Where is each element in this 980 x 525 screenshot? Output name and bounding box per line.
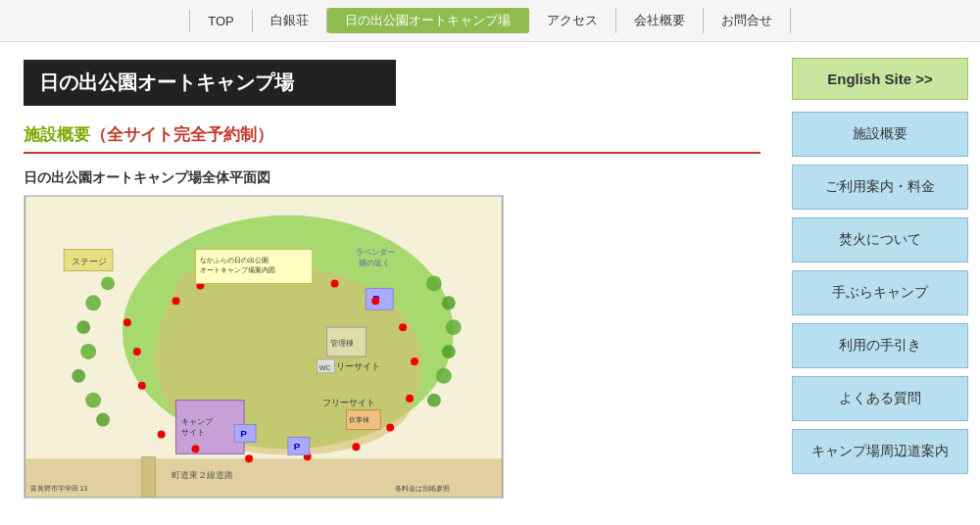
svg-point-36 (426, 275, 442, 291)
svg-point-23 (371, 297, 379, 305)
svg-point-34 (85, 393, 101, 408)
svg-text:管理棟: 管理棟 (330, 339, 354, 348)
sidebar-btn-hands-free[interactable]: 手ぶらキャンプ (792, 270, 968, 315)
svg-text:富良野市字学田 13: 富良野市字学田 13 (30, 485, 88, 492)
svg-text:P: P (240, 428, 247, 439)
sidebar-btn-directions[interactable]: キャンプ場周辺道案内 (792, 429, 968, 474)
content-area: 日の出公園オートキャンプ場 施設概要（全サイト完全予約制） 日の出公園オートキャ… (0, 42, 784, 522)
svg-point-19 (386, 423, 394, 431)
svg-point-28 (172, 297, 180, 305)
svg-rect-59 (142, 456, 156, 498)
svg-point-20 (406, 395, 414, 403)
svg-point-13 (138, 382, 146, 390)
svg-point-31 (76, 320, 90, 334)
svg-point-40 (436, 368, 452, 384)
svg-point-14 (158, 430, 166, 438)
svg-text:各料金は別紙参照: 各料金は別紙参照 (395, 485, 450, 493)
sidebar-btn-guide[interactable]: 利用の手引き (792, 323, 968, 368)
sidebar-btn-facility[interactable]: 施設概要 (792, 112, 968, 157)
section-heading: 施設概要（全サイト完全予約制） (24, 123, 760, 154)
top-navigation: TOP 白銀荘 日の出公園オートキャンプ場 アクセス 会社概要 お問合せ (0, 0, 980, 42)
svg-point-35 (96, 413, 110, 427)
svg-text:フリーサイト: フリーサイト (322, 398, 375, 407)
nav-item-access[interactable]: アクセス (529, 8, 616, 33)
svg-point-33 (72, 369, 85, 383)
svg-text:P: P (294, 441, 301, 452)
svg-point-38 (446, 319, 462, 335)
svg-point-37 (442, 296, 456, 310)
svg-point-24 (331, 279, 339, 287)
page-header-title: 日の出公園オートキャンプ場 (39, 72, 294, 93)
svg-point-29 (101, 276, 115, 290)
svg-text:炊事棟: 炊事棟 (349, 416, 369, 423)
nav-item-contact[interactable]: お問合せ (704, 8, 791, 33)
english-site-button[interactable]: English Site >> (792, 58, 968, 100)
section-heading-prefix: 施設概要 (24, 125, 90, 144)
nav-item-shirogane[interactable]: 白銀荘 (253, 8, 327, 33)
svg-text:サイト: サイト (181, 428, 205, 437)
svg-point-12 (133, 348, 141, 356)
nav-item-company[interactable]: 会社概要 (616, 8, 704, 33)
nav-item-campground[interactable]: 日の出公園オートキャンプ場 (327, 8, 529, 33)
svg-point-11 (123, 318, 131, 326)
campground-map: 町道東２線道路 P 管理棟 キャンプ サイト (24, 195, 504, 499)
map-title: 日の出公園オートキャンプ場全体平面図 (24, 169, 760, 187)
main-container: 日の出公園オートキャンプ場 施設概要（全サイト完全予約制） 日の出公園オートキャ… (0, 42, 980, 522)
svg-point-22 (399, 323, 407, 331)
svg-text:ステージ: ステージ (72, 257, 107, 266)
svg-text:なかふらの日の出公園: なかふらの日の出公園 (200, 257, 269, 264)
svg-text:ラベンダー: ラベンダー (356, 248, 395, 257)
svg-point-15 (191, 445, 199, 453)
svg-point-30 (85, 295, 101, 310)
nav-item-top[interactable]: TOP (189, 10, 253, 32)
sidebar-btn-faq[interactable]: よくある質問 (792, 376, 968, 421)
svg-text:畑の近く: 畑の近く (359, 259, 390, 267)
svg-point-16 (245, 454, 253, 462)
svg-text:WC: WC (319, 364, 331, 371)
sidebar-btn-usage-fee[interactable]: ご利用案内・料金 (792, 165, 968, 210)
section-heading-highlight: （全サイト完全予約制） (90, 125, 273, 144)
page-header-banner: 日の出公園オートキャンプ場 (24, 60, 396, 106)
svg-point-18 (352, 443, 360, 451)
svg-point-32 (80, 344, 96, 359)
sidebar: English Site >> 施設概要 ご利用案内・料金 焚火について 手ぶら… (784, 42, 980, 522)
svg-point-41 (427, 394, 441, 407)
svg-point-21 (411, 358, 418, 365)
svg-point-39 (442, 345, 456, 358)
svg-text:キャンプ: キャンプ (181, 417, 214, 426)
svg-text:町道東２線道路: 町道東２線道路 (172, 470, 233, 480)
svg-text:オートキャンプ場案内図: オートキャンプ場案内図 (200, 265, 275, 274)
sidebar-btn-bonfire[interactable]: 焚火について (792, 217, 968, 262)
